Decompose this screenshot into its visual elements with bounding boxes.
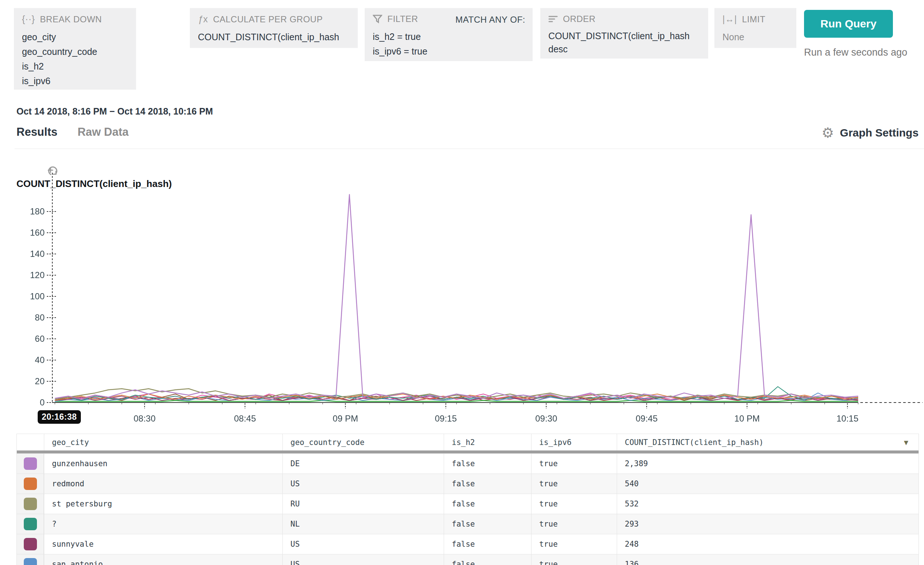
cell-geo-country-code: RU: [282, 494, 444, 514]
run-query-button[interactable]: Run Query: [804, 10, 893, 38]
cell-is-h2: false: [444, 514, 531, 534]
series-color-swatch: [24, 518, 37, 530]
series-swatch-cell: [17, 514, 44, 534]
series-color-swatch: [24, 558, 37, 565]
graph-settings-label: Graph Settings: [840, 126, 918, 139]
cell-is-ipv6: true: [531, 514, 617, 534]
order-items: COUNT_DISTINCT(client_ip_hash desc: [548, 29, 700, 56]
results-table: geo_city geo_country_code is_h2 is_ipv6 …: [16, 434, 919, 565]
break-down-item[interactable]: is_h2: [22, 59, 128, 74]
series-swatch-cell: [17, 474, 44, 494]
table-header-row: geo_city geo_country_code is_h2 is_ipv6 …: [17, 434, 918, 451]
break-down-panel[interactable]: {··} BREAK DOWN geo_citygeo_country_code…: [14, 8, 136, 90]
column-header-is-h2[interactable]: is_h2: [444, 434, 531, 451]
limit-label: LIMIT: [742, 14, 766, 24]
break-down-item[interactable]: geo_country_code: [22, 44, 128, 59]
cell-count-distinct: 540: [617, 474, 918, 494]
filter-item[interactable]: is_ipv6 = true: [373, 44, 525, 59]
gear-icon: ⚙: [822, 126, 834, 140]
series-color-swatch: [24, 538, 37, 550]
cell-geo-country-code: NL: [282, 514, 444, 534]
table-row[interactable]: san antonio US false true 136: [17, 554, 918, 565]
cell-geo-city: sunnyvale: [44, 534, 282, 554]
sort-desc-icon[interactable]: ▼: [904, 438, 908, 447]
break-down-items: geo_citygeo_country_codeis_h2is_ipv6: [22, 30, 128, 88]
results-chart[interactable]: [0, 161, 924, 432]
series-swatch-cell: [17, 534, 44, 554]
calculate-panel[interactable]: ƒx CALCULATE PER GROUP COUNT_DISTINCT(cl…: [190, 8, 358, 48]
cell-geo-country-code: US: [282, 534, 444, 554]
cell-geo-city: gunzenhausen: [44, 454, 282, 473]
limit-value[interactable]: None: [723, 30, 788, 44]
break-down-item[interactable]: is_ipv6: [22, 74, 128, 88]
calculate-item[interactable]: COUNT_DISTINCT(client_ip_hash: [198, 30, 350, 44]
cell-is-h2: false: [444, 454, 531, 473]
table-row[interactable]: gunzenhausen DE false true 2,389: [17, 454, 918, 473]
cell-is-h2: false: [444, 474, 531, 494]
cell-geo-city: redmond: [44, 474, 282, 494]
series-color-swatch: [24, 498, 37, 510]
cell-is-ipv6: true: [531, 554, 617, 565]
cell-geo-country-code: DE: [282, 454, 444, 473]
series-color-swatch: [24, 478, 37, 490]
calculate-label: CALCULATE PER GROUP: [213, 14, 322, 24]
column-header-count-distinct[interactable]: COUNT_DISTINCT(client_ip_hash) ▼: [617, 434, 918, 451]
break-down-item[interactable]: geo_city: [22, 30, 128, 44]
funnel-icon: [373, 14, 382, 24]
table-header-divider-bar: [17, 451, 918, 454]
series-color-swatch: [24, 457, 37, 470]
graph-settings-button[interactable]: ⚙ Graph Settings: [822, 126, 918, 140]
order-header: ORDER: [548, 14, 700, 24]
function-icon: ƒx: [198, 14, 208, 24]
filter-items: is_h2 = trueis_ipv6 = true: [373, 29, 525, 59]
limit-panel[interactable]: |↔| LIMIT None: [714, 8, 796, 48]
column-header-geo-country-code[interactable]: geo_country_code: [282, 434, 444, 451]
limit-range-icon: |↔|: [723, 14, 737, 24]
honeycomb-query-page: { "query_builder": { "break_down": {"lab…: [0, 0, 924, 565]
axis-start-time-badge: 20:16:38: [38, 410, 81, 424]
filter-panel[interactable]: FILTER MATCH ANY OF: is_h2 = trueis_ipv6…: [365, 8, 532, 61]
calculate-items: COUNT_DISTINCT(client_ip_hash: [198, 30, 350, 44]
table-row[interactable]: redmond US false true 540: [17, 473, 918, 494]
cell-count-distinct: 136: [617, 554, 918, 565]
tab-raw-data[interactable]: Raw Data: [78, 126, 129, 139]
break-down-header: {··} BREAK DOWN: [22, 14, 128, 24]
cell-geo-city: st petersburg: [44, 494, 282, 514]
cell-is-h2: false: [444, 494, 531, 514]
cell-count-distinct: 2,389: [617, 454, 918, 473]
cell-geo-country-code: US: [282, 554, 444, 565]
cell-geo-country-code: US: [282, 474, 444, 494]
time-range-label[interactable]: Oct 14 2018, 8:16 PM − Oct 14 2018, 10:1…: [16, 106, 213, 117]
table-row[interactable]: st petersburg RU false true 532: [17, 494, 918, 514]
cell-count-distinct: 293: [617, 514, 918, 534]
cell-is-ipv6: true: [531, 454, 617, 473]
order-label: ORDER: [563, 14, 596, 24]
column-header-is-ipv6[interactable]: is_ipv6: [531, 434, 617, 451]
cell-geo-city: san antonio: [44, 554, 282, 565]
limit-header: |↔| LIMIT: [723, 14, 788, 24]
series-swatch-cell: [17, 454, 44, 473]
cell-is-h2: false: [444, 554, 531, 565]
calculate-header: ƒx CALCULATE PER GROUP: [198, 14, 350, 24]
break-down-icon: {··}: [22, 14, 35, 24]
order-panel[interactable]: ORDER COUNT_DISTINCT(client_ip_hash desc: [540, 8, 708, 59]
column-header-geo-city[interactable]: geo_city: [44, 434, 282, 451]
table-row[interactable]: ? NL false true 293: [17, 514, 918, 534]
filter-item[interactable]: is_h2 = true: [373, 29, 525, 44]
tabs-divider: [15, 149, 924, 149]
table-row[interactable]: sunnyvale US false true 248: [17, 534, 918, 554]
tab-results[interactable]: Results: [16, 126, 57, 139]
cell-count-distinct: 532: [617, 494, 918, 514]
order-item[interactable]: COUNT_DISTINCT(client_ip_hash desc: [548, 29, 700, 56]
cell-is-ipv6: true: [531, 534, 617, 554]
results-tabs: Results Raw Data: [16, 126, 129, 139]
series-swatch-cell: [17, 554, 44, 565]
break-down-label: BREAK DOWN: [40, 14, 102, 24]
cell-is-ipv6: true: [531, 474, 617, 494]
filter-label: FILTER: [387, 14, 418, 24]
cell-is-h2: false: [444, 534, 531, 554]
table-body: gunzenhausen DE false true 2,389 redmond…: [17, 454, 918, 565]
sort-lines-icon: [548, 15, 558, 23]
swatch-column-header: [17, 434, 44, 451]
match-any-label: MATCH ANY OF:: [455, 15, 525, 25]
